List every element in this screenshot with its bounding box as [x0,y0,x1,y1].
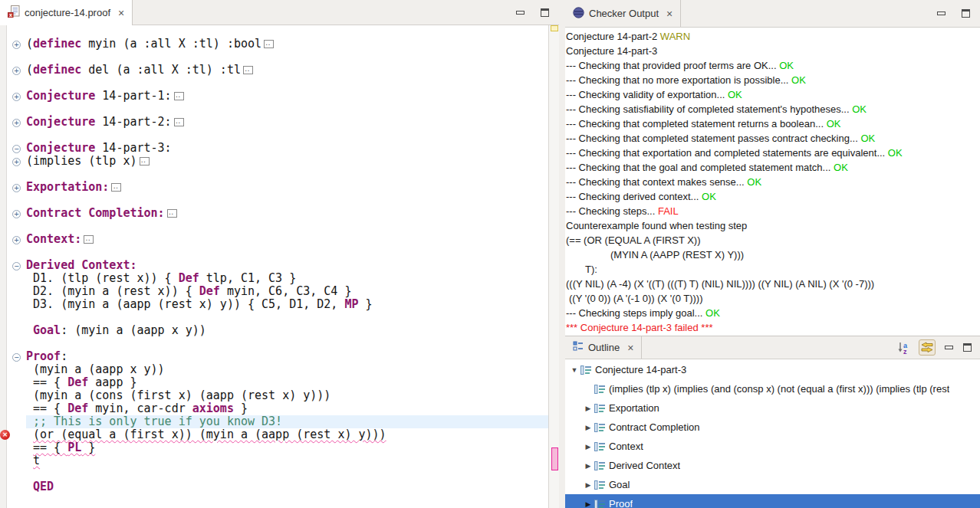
code-line[interactable]: Goal: (myin a (aapp x y)) [7,324,548,337]
code-line[interactable]: QED [7,480,548,493]
folded-region-indicator[interactable] [264,40,274,48]
code-text[interactable]: == { Def aapp } [26,376,548,389]
code-line[interactable]: D1. (tlp (rest x)) { Def tlp, C1, C3 } [7,272,548,285]
code-text[interactable]: (definec del (a :all X :tl) :tl [26,64,548,77]
checker-tab[interactable]: Checker Output × [565,0,681,27]
folded-region-indicator[interactable] [174,92,184,100]
code-text[interactable] [26,103,548,116]
overview-error-marker[interactable] [551,447,558,470]
editor-maximize-button[interactable] [539,7,550,18]
code-line[interactable]: +Exportation: [7,181,548,194]
code-line[interactable]: +(implies (tlp x) [7,155,548,168]
code-text[interactable]: Conjecture 14-part-1: [26,90,548,103]
link-with-editor-button[interactable] [919,339,936,356]
code-line[interactable]: −Proof: [7,350,548,363]
chevron-right-icon[interactable]: ▶ [582,462,594,470]
code-line[interactable] [7,467,548,480]
code-text[interactable]: QED [26,480,548,493]
code-text[interactable] [26,194,548,207]
code-line[interactable] [7,337,548,350]
folded-region-indicator[interactable] [167,209,177,218]
code-line[interactable] [7,77,548,90]
outline-item[interactable]: ▼ Conjecture 14-part-3 [565,360,980,379]
code-line[interactable]: D3. (myin a (aapp (rest x) y)) { C5, D1,… [7,298,548,311]
collapse-icon[interactable]: − [12,145,21,153]
code-text[interactable]: Conjecture 14-part-3: [26,142,548,155]
collapse-icon[interactable]: − [12,262,21,270]
code-text[interactable]: D3. (myin a (aapp (rest x) y)) { C5, D1,… [26,298,548,311]
chevron-right-icon[interactable]: ▶ [582,481,594,489]
code-line[interactable]: +Context: [7,233,548,246]
folded-region-indicator[interactable] [243,66,253,74]
code-line[interactable] [7,103,548,116]
code-text[interactable]: Proof: [26,350,548,363]
folded-region-indicator[interactable] [140,157,150,166]
folded-region-indicator[interactable] [174,118,184,126]
code-line[interactable]: −Conjecture 14-part-3: [7,142,548,155]
code-text[interactable] [26,168,548,181]
code-text[interactable]: Goal: (myin a (aapp x y)) [26,324,548,337]
code-text[interactable] [26,51,548,64]
expand-icon[interactable]: + [12,184,21,192]
expand-icon[interactable]: + [12,67,21,75]
outline-item[interactable]: ▶ Contract Completion [565,418,980,437]
editor-tab[interactable]: x conjecture-14.proof × [0,0,133,25]
code-line[interactable]: == { Def aapp } [7,376,548,389]
code-line[interactable] [7,168,548,181]
chevron-down-icon[interactable]: ▼ [568,366,580,374]
editor-tab-close-icon[interactable]: × [118,7,124,19]
outline-item[interactable]: ▶ Derived Context [565,456,980,475]
code-line[interactable] [7,194,548,207]
outline-tab-close-icon[interactable]: × [627,342,633,354]
code-text[interactable] [26,220,548,233]
checker-tab-close-icon[interactable]: × [666,8,673,20]
code-text[interactable]: == { Def myin, car-cdr axioms } [26,402,548,415]
expand-icon[interactable]: + [12,158,21,166]
outline-tab[interactable]: Outline × [565,336,642,359]
outline-item[interactable]: ▶ Exportation [565,398,980,418]
code-text[interactable]: (definec myin (a :all X :tl) :bool [26,38,548,51]
code-line[interactable]: +Conjecture 14-part-2: [7,116,548,129]
code-text[interactable]: Conjecture 14-part-2: [26,116,548,129]
chevron-right-icon[interactable]: ▶ [582,405,594,412]
overview-warning-marker[interactable] [551,25,558,31]
folded-region-indicator[interactable] [84,235,94,244]
code-text[interactable]: (myin a (aapp x y)) [26,363,548,376]
outline-item[interactable]: (implies (tlp x) (implies (and (consp x)… [565,379,980,398]
code-text[interactable]: D2. (myin a (rest x)) { Def myin, C6, C3… [26,285,548,298]
code-text[interactable]: D1. (tlp (rest x)) { Def tlp, C1, C3 } [26,272,548,285]
checker-minimize-button[interactable] [936,8,946,19]
chevron-right-icon[interactable]: ▶ [582,443,594,451]
code-text[interactable]: Exportation: [26,181,548,194]
collapse-icon[interactable]: − [12,353,21,362]
code-line[interactable]: +Conjecture 14-part-1: [7,90,548,103]
code-line[interactable]: == { PL } [7,441,548,454]
code-text[interactable]: Context: [26,233,548,246]
code-text[interactable]: == { PL } [26,441,548,454]
code-line[interactable] [7,129,548,142]
expand-icon[interactable]: + [12,210,21,218]
outline-item[interactable]: ▶ Goal [565,475,980,494]
outline-item[interactable]: ▶ Proof [565,494,980,508]
code-text[interactable] [26,337,548,350]
code-line[interactable]: +(definec del (a :all X :tl) :tl [7,64,548,77]
overview-ruler[interactable] [548,25,559,508]
code-text[interactable]: ;; This is only true if you know D3! [26,415,548,428]
code-line[interactable]: t [7,454,548,467]
code-line[interactable]: +Contract Completion: [7,207,548,220]
chevron-right-icon[interactable]: ▶ [582,424,594,431]
code-text[interactable]: (myin a (cons (first x) (aapp (rest x) y… [26,389,548,402]
expand-icon[interactable]: + [12,93,21,101]
code-line[interactable]: ;; This is only true if you know D3! [7,415,548,428]
code-text[interactable] [26,311,548,324]
code-line[interactable]: (myin a (aapp x y)) [7,363,548,376]
code-line[interactable] [7,51,548,64]
code-text[interactable] [26,467,548,480]
code-line[interactable]: (or (equal a (first x)) (myin a (aapp (r… [7,428,548,441]
expand-icon[interactable]: + [12,119,21,127]
expand-icon[interactable]: + [12,41,21,49]
code-line[interactable]: == { Def myin, car-cdr axioms } [7,402,548,415]
code-text[interactable]: (implies (tlp x) [26,155,548,168]
outline-minimize-button[interactable] [943,342,954,353]
error-marker-icon[interactable]: ✕ [0,430,10,440]
